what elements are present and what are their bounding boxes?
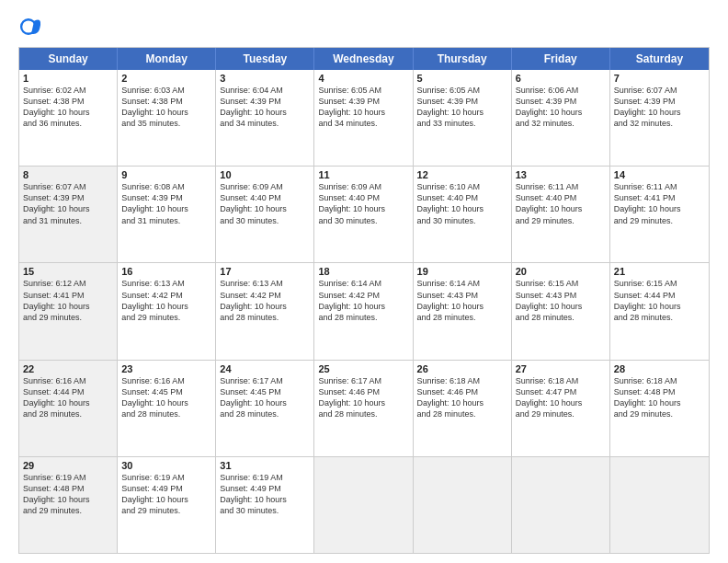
calendar-cell: 22Sunrise: 6:16 AMSunset: 4:44 PMDayligh… xyxy=(19,361,118,456)
cell-info: Sunrise: 6:06 AMSunset: 4:39 PMDaylight:… xyxy=(516,86,583,128)
logo-icon xyxy=(18,14,44,40)
calendar-cell-1: 1Sunrise: 6:02 AMSunset: 4:38 PMDaylight… xyxy=(19,70,118,166)
calendar-cell: 28Sunrise: 6:18 AMSunset: 4:48 PMDayligh… xyxy=(610,361,709,456)
day-number: 20 xyxy=(516,266,606,277)
calendar-cell xyxy=(314,457,413,553)
day-number: 12 xyxy=(417,169,507,180)
calendar-cell: 8Sunrise: 6:07 AMSunset: 4:39 PMDaylight… xyxy=(19,167,118,262)
calendar-cell: 29Sunrise: 6:19 AMSunset: 4:48 PMDayligh… xyxy=(19,457,118,553)
calendar-cell: 14Sunrise: 6:11 AMSunset: 4:41 PMDayligh… xyxy=(610,167,709,262)
cell-info: Sunrise: 6:05 AMSunset: 4:39 PMDaylight:… xyxy=(318,86,385,128)
calendar-cell xyxy=(414,457,512,553)
cell-info: Sunrise: 6:13 AMSunset: 4:42 PMDaylight:… xyxy=(121,279,188,321)
calendar-row: 29Sunrise: 6:19 AMSunset: 4:48 PMDayligh… xyxy=(19,456,709,553)
day-number: 22 xyxy=(23,363,113,374)
header xyxy=(18,14,710,40)
calendar-cell: 17Sunrise: 6:13 AMSunset: 4:42 PMDayligh… xyxy=(216,263,314,359)
day-number: 23 xyxy=(121,363,211,374)
day-number: 15 xyxy=(23,266,113,277)
calendar-cell: 24Sunrise: 6:17 AMSunset: 4:45 PMDayligh… xyxy=(216,361,314,456)
cell-info: Sunrise: 6:19 AMSunset: 4:49 PMDaylight:… xyxy=(220,473,287,515)
day-number: 10 xyxy=(220,169,310,180)
calendar-cell: 30Sunrise: 6:19 AMSunset: 4:49 PMDayligh… xyxy=(118,457,216,553)
day-number: 17 xyxy=(220,266,310,277)
day-number: 13 xyxy=(516,169,606,180)
calendar-cell: 26Sunrise: 6:18 AMSunset: 4:46 PMDayligh… xyxy=(414,361,512,456)
cell-info: Sunrise: 6:12 AMSunset: 4:41 PMDaylight:… xyxy=(23,279,90,321)
day-number: 30 xyxy=(121,460,211,471)
cell-info: Sunrise: 6:11 AMSunset: 4:41 PMDaylight:… xyxy=(614,182,681,224)
day-number: 29 xyxy=(23,460,113,471)
calendar-cell: 27Sunrise: 6:18 AMSunset: 4:47 PMDayligh… xyxy=(512,361,610,456)
calendar-cell: 19Sunrise: 6:14 AMSunset: 4:43 PMDayligh… xyxy=(414,263,512,359)
calendar-cell xyxy=(512,457,610,553)
header-day-monday: Monday xyxy=(118,48,216,70)
cell-info: Sunrise: 6:19 AMSunset: 4:49 PMDaylight:… xyxy=(121,473,188,515)
calendar-cell-6: 6Sunrise: 6:06 AMSunset: 4:39 PMDaylight… xyxy=(512,70,610,166)
cell-info: Sunrise: 6:11 AMSunset: 4:40 PMDaylight:… xyxy=(516,182,583,224)
calendar-cell-7: 7Sunrise: 6:07 AMSunset: 4:39 PMDaylight… xyxy=(610,70,709,166)
cell-info: Sunrise: 6:02 AMSunset: 4:38 PMDaylight:… xyxy=(23,86,90,128)
calendar-cell: 16Sunrise: 6:13 AMSunset: 4:42 PMDayligh… xyxy=(118,263,216,359)
calendar-cell: 25Sunrise: 6:17 AMSunset: 4:46 PMDayligh… xyxy=(314,361,413,456)
cell-info: Sunrise: 6:10 AMSunset: 4:40 PMDaylight:… xyxy=(417,182,484,224)
cell-info: Sunrise: 6:19 AMSunset: 4:48 PMDaylight:… xyxy=(23,473,90,515)
day-number: 16 xyxy=(121,266,211,277)
page: SundayMondayTuesdayWednesdayThursdayFrid… xyxy=(0,0,728,563)
header-day-saturday: Saturday xyxy=(610,48,709,70)
calendar-cell-3: 3Sunrise: 6:04 AMSunset: 4:39 PMDaylight… xyxy=(216,70,314,166)
calendar-cell: 10Sunrise: 6:09 AMSunset: 4:40 PMDayligh… xyxy=(216,167,314,262)
calendar-cell-4: 4Sunrise: 6:05 AMSunset: 4:39 PMDaylight… xyxy=(314,70,413,166)
cell-info: Sunrise: 6:07 AMSunset: 4:39 PMDaylight:… xyxy=(23,182,90,224)
logo xyxy=(18,14,48,40)
day-number: 1 xyxy=(23,73,113,84)
header-day-friday: Friday xyxy=(512,48,610,70)
cell-info: Sunrise: 6:09 AMSunset: 4:40 PMDaylight:… xyxy=(318,182,385,224)
day-number: 3 xyxy=(220,73,310,84)
calendar-cell: 12Sunrise: 6:10 AMSunset: 4:40 PMDayligh… xyxy=(414,167,512,262)
cell-info: Sunrise: 6:08 AMSunset: 4:39 PMDaylight:… xyxy=(121,182,188,224)
cell-info: Sunrise: 6:18 AMSunset: 4:47 PMDaylight:… xyxy=(516,376,583,419)
calendar-cell: 18Sunrise: 6:14 AMSunset: 4:42 PMDayligh… xyxy=(314,263,413,359)
day-number: 18 xyxy=(318,266,408,277)
cell-info: Sunrise: 6:03 AMSunset: 4:38 PMDaylight:… xyxy=(121,86,188,128)
cell-info: Sunrise: 6:07 AMSunset: 4:39 PMDaylight:… xyxy=(614,86,681,128)
cell-info: Sunrise: 6:09 AMSunset: 4:40 PMDaylight:… xyxy=(220,182,287,224)
cell-info: Sunrise: 6:16 AMSunset: 4:44 PMDaylight:… xyxy=(23,376,90,419)
calendar-cell-5: 5Sunrise: 6:05 AMSunset: 4:39 PMDaylight… xyxy=(414,70,512,166)
calendar-row: 15Sunrise: 6:12 AMSunset: 4:41 PMDayligh… xyxy=(19,262,709,359)
day-number: 27 xyxy=(516,363,606,374)
calendar-cell: 23Sunrise: 6:16 AMSunset: 4:45 PMDayligh… xyxy=(118,361,216,456)
day-number: 24 xyxy=(220,363,310,374)
day-number: 11 xyxy=(318,169,408,180)
day-number: 7 xyxy=(614,73,705,84)
day-number: 9 xyxy=(121,169,211,180)
calendar-header: SundayMondayTuesdayWednesdayThursdayFrid… xyxy=(19,48,709,70)
calendar-cell: 13Sunrise: 6:11 AMSunset: 4:40 PMDayligh… xyxy=(512,167,610,262)
day-number: 25 xyxy=(318,363,408,374)
header-day-sunday: Sunday xyxy=(19,48,118,70)
day-number: 5 xyxy=(417,73,507,84)
day-number: 26 xyxy=(417,363,507,374)
cell-info: Sunrise: 6:18 AMSunset: 4:46 PMDaylight:… xyxy=(417,376,484,419)
cell-info: Sunrise: 6:15 AMSunset: 4:44 PMDaylight:… xyxy=(614,279,681,321)
calendar-cell: 15Sunrise: 6:12 AMSunset: 4:41 PMDayligh… xyxy=(19,263,118,359)
day-number: 31 xyxy=(220,460,310,471)
calendar: SundayMondayTuesdayWednesdayThursdayFrid… xyxy=(18,47,710,554)
day-number: 2 xyxy=(121,73,211,84)
calendar-cell xyxy=(610,457,709,553)
cell-info: Sunrise: 6:17 AMSunset: 4:46 PMDaylight:… xyxy=(318,376,385,419)
day-number: 6 xyxy=(516,73,606,84)
header-day-tuesday: Tuesday xyxy=(216,48,314,70)
day-number: 4 xyxy=(318,73,408,84)
day-number: 28 xyxy=(614,363,705,374)
calendar-row: 22Sunrise: 6:16 AMSunset: 4:44 PMDayligh… xyxy=(19,360,709,456)
cell-info: Sunrise: 6:16 AMSunset: 4:45 PMDaylight:… xyxy=(121,376,188,419)
cell-info: Sunrise: 6:17 AMSunset: 4:45 PMDaylight:… xyxy=(220,376,287,419)
cell-info: Sunrise: 6:05 AMSunset: 4:39 PMDaylight:… xyxy=(417,86,484,128)
calendar-cell: 20Sunrise: 6:15 AMSunset: 4:43 PMDayligh… xyxy=(512,263,610,359)
header-day-thursday: Thursday xyxy=(414,48,512,70)
calendar-cell: 11Sunrise: 6:09 AMSunset: 4:40 PMDayligh… xyxy=(314,167,413,262)
day-number: 19 xyxy=(417,266,507,277)
cell-info: Sunrise: 6:13 AMSunset: 4:42 PMDaylight:… xyxy=(220,279,287,321)
